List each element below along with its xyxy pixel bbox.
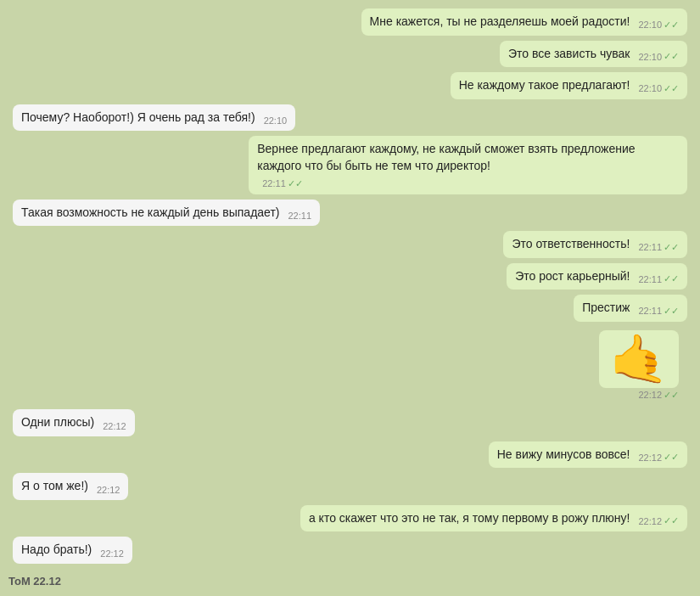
message-row: Не вижу минусов вовсе!22:12 ✓✓ [13, 441, 687, 469]
message-text: Не вижу минусов вовсе! [497, 447, 630, 464]
bubble-meta: 22:12 ✓✓ [638, 452, 679, 463]
message-bubble: Я о том же!)22:12 [13, 473, 128, 500]
emoji-message: 🤙22:12 ✓✓ [591, 327, 687, 404]
check-icon: ✓✓ [664, 273, 679, 284]
check-icon: ✓✓ [664, 306, 679, 317]
message-text: а кто скажет что это не так, я тому перв… [309, 510, 630, 527]
message-row: Это ответственность!22:11 ✓✓ [13, 231, 687, 258]
check-icon: ✓✓ [664, 242, 679, 253]
message-row: Надо брать!)22:12 [13, 537, 687, 564]
bubble-meta: 22:11 ✓✓ [638, 242, 679, 253]
message-time: 22:11 [288, 211, 311, 221]
check-icon: ✓✓ [664, 51, 679, 62]
message-time: 22:11 [638, 274, 662, 284]
bubble-meta: 22:11 ✓✓ [638, 273, 679, 284]
message-time: 22:12 [100, 548, 124, 559]
bubble-meta: 22:10 ✓✓ [638, 51, 679, 62]
message-time: 22:10 [638, 83, 662, 93]
bubble-meta: 22:10 ✓✓ [638, 20, 679, 31]
message-bubble: Такая возможность не каждый день выпадае… [13, 200, 320, 227]
message-time: 22:12 [638, 516, 662, 526]
chat-container: Мне кажется, ты не разделяешь моей радос… [0, 0, 700, 596]
message-bubble: Это рост карьерный!22:11 ✓✓ [507, 263, 687, 290]
bubble-meta: 22:12 ✓✓ [638, 515, 679, 526]
emoji-content: 🤙 [599, 330, 679, 388]
message-bubble: Престиж22:11 ✓✓ [574, 295, 687, 322]
message-text: Мне кажется, ты не разделяешь моей радос… [370, 14, 630, 31]
message-row: Я о том же!)22:12 [13, 473, 687, 500]
message-time: 22:11 [638, 306, 662, 316]
bubble-meta: 22:12 [97, 485, 120, 495]
message-bubble: Почему? Наоборот!) Я очень рад за тебя!)… [13, 104, 295, 132]
bubble-meta: 22:11 ✓✓ [638, 306, 679, 317]
message-bubble: Это все зависть чувак22:10 ✓✓ [500, 41, 687, 68]
message-text: Я о том же!) [21, 478, 88, 495]
bubble-meta: 22:11 ✓✓ [262, 178, 303, 189]
message-time: 22:12 [103, 421, 126, 431]
message-text: Надо брать!) [21, 542, 92, 559]
bubble-meta: 22:12 [103, 421, 126, 431]
message-time: 22:10 [638, 20, 662, 30]
message-bubble: Не вижу минусов вовсе!22:12 ✓✓ [489, 441, 687, 469]
check-icon: ✓✓ [664, 390, 679, 401]
message-text: Это все зависть чувак [508, 46, 630, 63]
check-icon: ✓✓ [664, 515, 679, 526]
message-time: 22:10 [264, 115, 288, 126]
bubble-meta: 22:10 ✓✓ [638, 83, 679, 94]
bubble-meta: 22:12 ✓✓ [638, 390, 679, 401]
message-text: Почему? Наоборот!) Я очень рад за тебя!) [21, 110, 255, 127]
message-text: Не каждому такое предлагают! [459, 77, 630, 94]
tom-label: ToM 22.12 [8, 575, 61, 588]
message-text: Вернее предлагают каждому, не каждый смо… [257, 141, 679, 174]
message-row: а кто скажет что это не так, я тому перв… [13, 505, 687, 532]
message-time: 22:11 [638, 242, 662, 252]
message-row: Мне кажется, ты не разделяешь моей радос… [13, 8, 687, 36]
message-time: 22:10 [638, 52, 662, 62]
message-bubble: Одни плюсы)22:12 [13, 409, 135, 436]
bubble-meta: 22:10 [264, 115, 288, 126]
message-row: Почему? Наоборот!) Я очень рад за тебя!)… [13, 104, 687, 132]
message-text: Одни плюсы) [21, 414, 94, 431]
message-row: 🤙22:12 ✓✓ [13, 327, 687, 404]
message-bubble: Мне кажется, ты не разделяешь моей радос… [361, 8, 687, 36]
message-bubble: Это ответственность!22:11 ✓✓ [503, 231, 687, 258]
message-text: Это ответственность! [512, 236, 630, 253]
message-bubble: а кто скажет что это не так, я тому перв… [300, 505, 687, 532]
check-icon: ✓✓ [664, 452, 679, 463]
message-row: Вернее предлагают каждому, не каждый смо… [13, 136, 687, 194]
message-row: Это рост карьерный!22:11 ✓✓ [13, 263, 687, 290]
bubble-meta: 22:11 [288, 211, 311, 221]
message-time: 22:12 [638, 453, 662, 463]
message-text: Это рост карьерный! [515, 268, 630, 285]
message-bubble: Вернее предлагают каждому, не каждый смо… [249, 136, 687, 194]
check-icon: ✓✓ [664, 20, 679, 31]
message-row: Это все зависть чувак22:10 ✓✓ [13, 41, 687, 68]
check-icon: ✓✓ [664, 83, 679, 94]
message-row: Престиж22:11 ✓✓ [13, 295, 687, 322]
message-time: 22:11 [262, 178, 286, 188]
message-text: Престиж [582, 300, 630, 317]
bubble-meta: 22:12 [100, 548, 124, 559]
message-row: Такая возможность не каждый день выпадае… [13, 200, 687, 227]
message-text: Такая возможность не каждый день выпадае… [21, 205, 279, 222]
message-time: 22:12 [97, 485, 120, 495]
message-bubble: Не каждому такое предлагают!22:10 ✓✓ [451, 72, 687, 99]
message-bubble: Надо брать!)22:12 [13, 537, 132, 564]
check-icon: ✓✓ [288, 178, 303, 189]
message-time: 22:12 [638, 390, 662, 400]
message-row: Одни плюсы)22:12 [13, 409, 687, 436]
message-row: Не каждому такое предлагают!22:10 ✓✓ [13, 72, 687, 99]
